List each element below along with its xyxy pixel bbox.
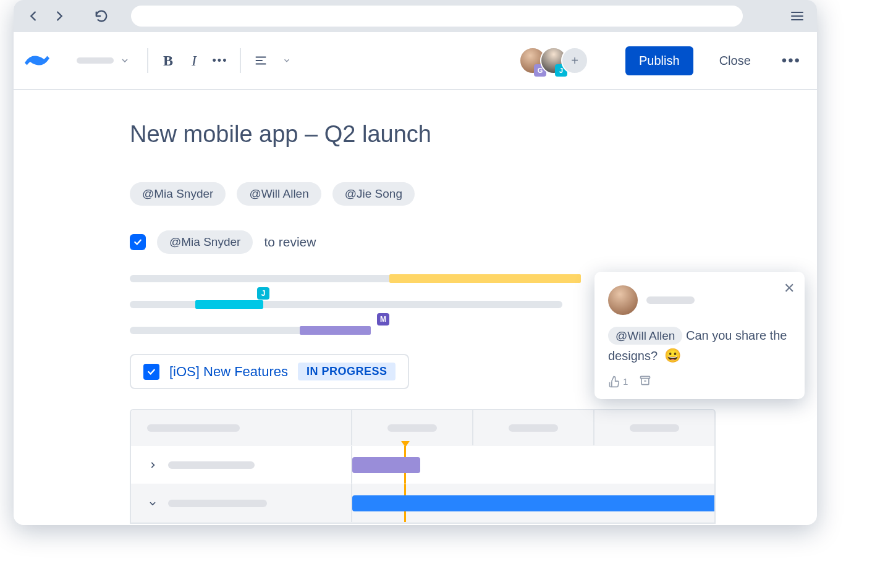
mention-chip[interactable]: @Will Allen [608, 327, 682, 345]
emoji-icon: 😀 [664, 348, 681, 363]
browser-chrome [14, 0, 817, 32]
issue-title: [iOS] New Features [169, 364, 288, 380]
annotation-marker-m[interactable]: M [377, 313, 389, 326]
task-item[interactable]: @Mia Snyder to review [130, 230, 817, 254]
archive-icon[interactable] [639, 374, 651, 389]
collaborator-avatars: G J + [525, 47, 588, 74]
gantt-bar[interactable] [352, 495, 716, 511]
content-placeholder-lines: J M [130, 275, 581, 335]
more-formatting-button[interactable]: ••• [211, 52, 229, 69]
browser-menu-button[interactable] [789, 12, 806, 20]
app-window: B I ••• G J + Publish Close ••• [14, 0, 817, 525]
annotation-marker-j[interactable]: J [257, 287, 269, 300]
editor-toolbar: B I ••• G J + Publish Close ••• [14, 32, 817, 90]
like-count: 1 [623, 376, 628, 387]
expand-icon[interactable] [147, 460, 158, 471]
roadmap-header-row [131, 410, 714, 446]
confluence-logo-icon [25, 48, 49, 73]
mention-list: @Mia Snyder @Will Allen @Jie Song [130, 182, 817, 206]
task-checkbox[interactable] [130, 234, 146, 250]
more-actions-button[interactable]: ••• [782, 52, 801, 69]
comment-body: @Will Allen Can you share the designs? 😀 [608, 326, 791, 366]
issue-status-badge: IN PROGRESS [298, 363, 396, 380]
refresh-button[interactable] [93, 7, 110, 25]
comment-author-avatar[interactable] [608, 285, 638, 315]
back-button[interactable] [25, 7, 42, 25]
align-button[interactable] [252, 52, 269, 69]
roadmap-row[interactable] [131, 446, 714, 484]
task-assignee-chip[interactable]: @Mia Snyder [157, 230, 253, 254]
task-text: to review [264, 235, 316, 250]
add-collaborator-button[interactable]: + [561, 47, 588, 74]
like-button[interactable]: 1 [608, 376, 628, 388]
italic-button[interactable]: I [185, 52, 203, 69]
forward-button[interactable] [51, 7, 68, 25]
svg-rect-0 [641, 376, 650, 378]
toolbar-divider [147, 48, 148, 73]
gantt-bar[interactable] [352, 457, 420, 473]
mention-chip[interactable]: @Mia Snyder [130, 182, 226, 206]
comment-popover: ✕ @Will Allen Can you share the designs?… [594, 272, 805, 399]
jira-issue-card[interactable]: [iOS] New Features IN PROGRESS [130, 354, 409, 389]
page-title[interactable]: New mobile app – Q2 launch [130, 121, 817, 148]
mention-chip[interactable]: @Jie Song [332, 182, 415, 206]
mention-chip[interactable]: @Will Allen [237, 182, 321, 206]
url-bar[interactable] [131, 6, 743, 27]
align-dropdown-icon[interactable] [278, 52, 295, 69]
bold-button[interactable]: B [159, 52, 177, 69]
roadmap-row[interactable] [131, 484, 714, 523]
publish-button[interactable]: Publish [625, 46, 693, 75]
comment-author-placeholder [646, 296, 695, 304]
roadmap-table [130, 409, 716, 524]
toolbar-divider [240, 48, 241, 73]
close-icon[interactable]: ✕ [784, 280, 795, 296]
close-button[interactable]: Close [706, 46, 764, 75]
text-style-dropdown[interactable] [70, 52, 136, 69]
collapse-icon[interactable] [147, 498, 158, 509]
issue-checkbox-icon [143, 364, 159, 380]
today-marker-icon [401, 441, 410, 447]
